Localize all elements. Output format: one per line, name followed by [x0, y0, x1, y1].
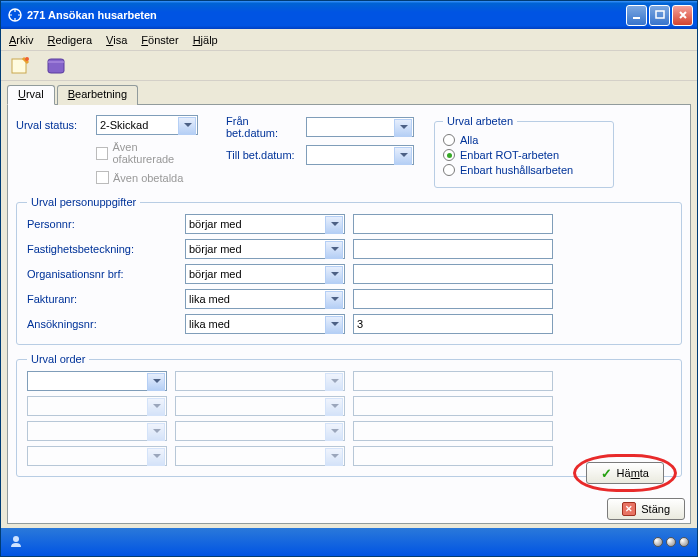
urval-order-legend: Urval order	[27, 353, 89, 365]
urval-status-select[interactable]: 2-Skickad	[96, 115, 198, 135]
svg-point-4	[25, 57, 29, 61]
app-icon	[7, 7, 23, 23]
orgnr-label: Organisationsnr brf:	[27, 268, 177, 280]
fastighet-input[interactable]	[353, 239, 553, 259]
order-3-input	[353, 421, 553, 441]
menu-arkiv[interactable]: Arkiv	[9, 34, 33, 46]
svg-point-5	[13, 536, 19, 542]
statusbar	[1, 528, 697, 556]
urval-arbeten-group: Urval arbeten Alla Enbart ROT-arbeten En…	[434, 115, 614, 188]
toolbar-book-icon[interactable]	[45, 55, 67, 77]
menubar: Arkiv Redigera Visa Fönster Hjälp	[1, 29, 697, 51]
order-4-op-select	[175, 446, 345, 466]
svg-rect-2	[656, 11, 664, 18]
ansokningsnr-input[interactable]: 3	[353, 314, 553, 334]
order-1-op-select	[175, 371, 345, 391]
check-icon: ✓	[601, 466, 612, 481]
order-1-select[interactable]	[27, 371, 167, 391]
menu-hjalp[interactable]: Hjälp	[193, 34, 218, 46]
order-3-select	[27, 421, 167, 441]
app-window: 271 Ansökan husarbeten Arkiv Redigera Vi…	[0, 0, 698, 557]
toolbar	[1, 51, 697, 81]
maximize-button[interactable]	[649, 5, 670, 26]
ansokningsnr-op-select[interactable]: lika med	[185, 314, 345, 334]
personnr-label: Personnr:	[27, 218, 177, 230]
fran-bet-label: Från bet.datum:	[226, 115, 302, 139]
close-x-icon: ✕	[622, 502, 636, 516]
svg-rect-3	[12, 59, 26, 73]
fakturanr-input[interactable]	[353, 289, 553, 309]
urval-person-legend: Urval personuppgifter	[27, 196, 140, 208]
statusbar-user-icon	[9, 534, 23, 550]
stang-button[interactable]: ✕ Stäng	[607, 498, 685, 520]
fakturanr-op-select[interactable]: lika med	[185, 289, 345, 309]
order-3-op-select	[175, 421, 345, 441]
order-4-select	[27, 446, 167, 466]
window-title: 271 Ansökan husarbeten	[27, 9, 626, 21]
radio-hushall[interactable]	[443, 164, 455, 176]
statusbar-indicators	[653, 537, 689, 547]
urval-person-group: Urval personuppgifter Personnr: börjar m…	[16, 196, 682, 345]
till-bet-label: Till bet.datum:	[226, 149, 302, 161]
top-row: Urval status: 2-Skickad Även ofakturerad…	[16, 115, 682, 188]
aven-obetalda-checkbox	[96, 171, 109, 184]
status-dot-3	[679, 537, 689, 547]
fastighet-op-select[interactable]: börjar med	[185, 239, 345, 259]
menu-redigera[interactable]: Redigera	[47, 34, 92, 46]
orgnr-input[interactable]	[353, 264, 553, 284]
tab-bearbetning[interactable]: Bearbetning	[57, 85, 138, 105]
menu-visa[interactable]: Visa	[106, 34, 127, 46]
tab-urval[interactable]: Urval	[7, 85, 55, 105]
minimize-button[interactable]	[626, 5, 647, 26]
ansokningsnr-label: Ansökningsnr:	[27, 318, 177, 330]
menu-fonster[interactable]: Fönster	[141, 34, 178, 46]
orgnr-op-select[interactable]: börjar med	[185, 264, 345, 284]
radio-alla-label: Alla	[460, 134, 478, 146]
till-bet-select[interactable]	[306, 145, 414, 165]
status-dot-2	[666, 537, 676, 547]
toolbar-note-icon[interactable]	[9, 55, 31, 77]
window-controls	[626, 5, 693, 26]
order-1-input	[353, 371, 553, 391]
order-4-input	[353, 446, 553, 466]
stang-wrap: ✕ Stäng	[607, 498, 685, 520]
hamta-button[interactable]: ✓ Hämta	[586, 462, 664, 484]
order-2-input	[353, 396, 553, 416]
radio-rot-label: Enbart ROT-arbeten	[460, 149, 559, 161]
order-2-select	[27, 396, 167, 416]
aven-obetalda-label: Även obetalda	[113, 172, 183, 184]
fakturanr-label: Fakturanr:	[27, 293, 177, 305]
personnr-input[interactable]	[353, 214, 553, 234]
urval-status-label: Urval status:	[16, 119, 92, 131]
radio-rot[interactable]	[443, 149, 455, 161]
hamta-highlight: ✓ Hämta	[573, 454, 677, 492]
aven-ofakturerade-checkbox	[96, 147, 108, 160]
radio-hushall-label: Enbart hushållsarbeten	[460, 164, 573, 176]
fran-bet-select[interactable]	[306, 117, 414, 137]
personnr-op-select[interactable]: börjar med	[185, 214, 345, 234]
close-button[interactable]	[672, 5, 693, 26]
radio-alla[interactable]	[443, 134, 455, 146]
fastighet-label: Fastighetsbeteckning:	[27, 243, 177, 255]
svg-rect-1	[633, 17, 640, 19]
titlebar: 271 Ansökan husarbeten	[1, 1, 697, 29]
aven-ofakturerade-label: Även ofakturerade	[112, 141, 198, 165]
urval-arbeten-legend: Urval arbeten	[443, 115, 517, 127]
status-dot-1	[653, 537, 663, 547]
tab-strip: Urval Bearbetning	[7, 85, 691, 105]
order-2-op-select	[175, 396, 345, 416]
